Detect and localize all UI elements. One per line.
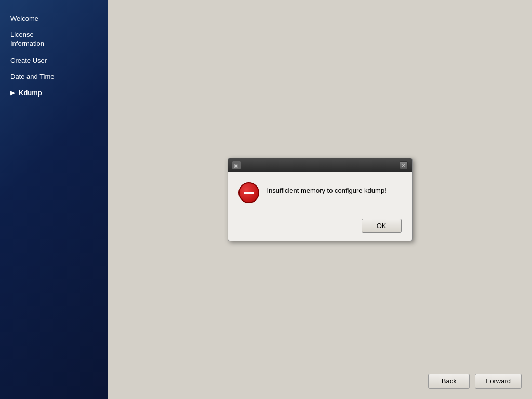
sidebar-item-kdump[interactable]: ▶ Kdump — [0, 85, 108, 101]
dialog-message: Insufficient memory to configure kdump! — [267, 182, 402, 194]
sidebar-item-label: LicenseInformation — [10, 31, 44, 48]
error-icon — [238, 182, 259, 203]
sidebar-item-label: Kdump — [19, 89, 42, 97]
sidebar-item-label: Create User — [10, 57, 47, 64]
back-button[interactable]: Back — [428, 374, 470, 389]
error-dash — [244, 192, 254, 194]
sidebar-item-welcome[interactable]: Welcome — [0, 10, 108, 26]
dialog-body: Insufficient memory to configure kdump! — [228, 172, 412, 214]
ok-button[interactable]: OK — [362, 219, 402, 233]
sidebar: Welcome LicenseInformation Create User D… — [0, 0, 108, 399]
dialog-close-button[interactable]: ✕ — [400, 161, 408, 169]
sidebar-item-label: Date and Time — [10, 73, 55, 81]
dialog-title-icon: ▣ — [232, 161, 241, 169]
dialog-titlebar: ▣ ✕ — [228, 158, 412, 172]
close-icon: ✕ — [401, 162, 406, 169]
dialog-footer: OK — [228, 214, 412, 241]
sidebar-item-date-and-time[interactable]: Date and Time — [0, 69, 108, 85]
error-icon-circle — [238, 182, 259, 203]
main-content: ▣ ✕ Insufficient memory to configure kdu… — [108, 0, 532, 399]
title-icon-symbol: ▣ — [234, 163, 238, 168]
bottom-bar: Back Forward — [428, 374, 522, 389]
sidebar-item-create-user[interactable]: Create User — [0, 52, 108, 69]
sidebar-item-label: Welcome — [10, 15, 38, 22]
sidebar-item-license-information[interactable]: LicenseInformation — [0, 26, 108, 52]
forward-button[interactable]: Forward — [475, 374, 522, 389]
dialog-overlay: ▣ ✕ Insufficient memory to configure kdu… — [108, 0, 532, 399]
arrow-icon: ▶ — [10, 90, 15, 96]
error-dialog: ▣ ✕ Insufficient memory to configure kdu… — [228, 158, 413, 241]
